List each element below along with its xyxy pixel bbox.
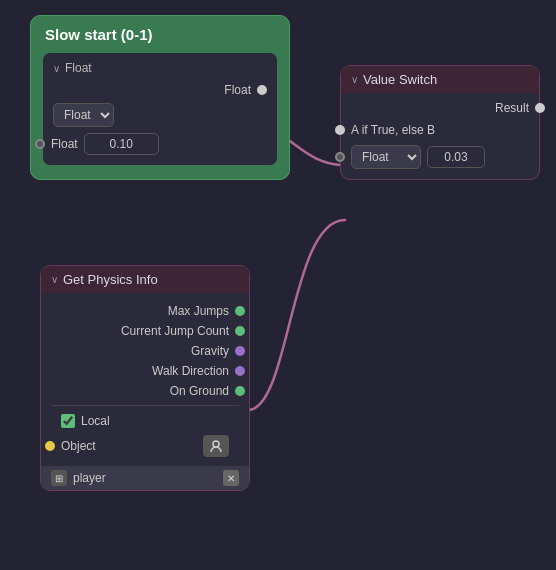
float-input-port-left bbox=[35, 139, 45, 149]
float-right-row: Float bbox=[53, 83, 267, 97]
get-physics-node: ∨ Get Physics Info Max Jumps Current Jum… bbox=[40, 265, 250, 491]
float-type-select[interactable]: Float Int bbox=[53, 103, 114, 127]
physics-title: Get Physics Info bbox=[63, 272, 158, 287]
current-jump-count-row: Current Jump Count bbox=[51, 321, 239, 341]
local-label: Local bbox=[81, 414, 110, 428]
walk-direction-label: Walk Direction bbox=[152, 364, 229, 378]
physics-chevron-icon: ∨ bbox=[51, 274, 58, 285]
player-icon: ⊞ bbox=[51, 470, 67, 486]
float-subnode-header: ∨ Float bbox=[53, 61, 267, 75]
current-jump-count-label: Current Jump Count bbox=[121, 324, 229, 338]
value-switch-title: Value Switch bbox=[363, 72, 437, 87]
max-jumps-row: Max Jumps bbox=[51, 301, 239, 321]
value-switch-chevron-icon: ∨ bbox=[351, 74, 358, 85]
chevron-icon: ∨ bbox=[53, 63, 60, 74]
player-close-button[interactable]: ✕ bbox=[223, 470, 239, 486]
player-label: player bbox=[73, 471, 106, 485]
object-port bbox=[45, 441, 55, 451]
object-user-icon-button[interactable] bbox=[203, 435, 229, 457]
svg-point-0 bbox=[213, 441, 219, 447]
value-switch-node: ∨ Value Switch Result A if True, else B … bbox=[340, 65, 540, 180]
float-subnode: ∨ Float Float Float Int Float bbox=[43, 53, 277, 165]
float-input-field[interactable] bbox=[84, 133, 159, 155]
float-value-input-vs[interactable] bbox=[427, 146, 485, 168]
float-type-select-vs[interactable]: Float bbox=[351, 145, 421, 169]
on-ground-port bbox=[235, 386, 245, 396]
float-row-valueswitch: Float bbox=[351, 145, 529, 169]
slow-start-title: Slow start (0-1) bbox=[43, 26, 277, 43]
result-label: Result bbox=[495, 101, 529, 115]
float-select-row: Float Int bbox=[53, 103, 267, 127]
value-switch-body: Result A if True, else B Float bbox=[341, 93, 539, 179]
on-ground-row: On Ground bbox=[51, 381, 239, 401]
node-canvas: Slow start (0-1) ∨ Float Float Float Int… bbox=[0, 0, 556, 570]
float-output-port bbox=[257, 85, 267, 95]
walk-direction-port bbox=[235, 366, 245, 376]
player-row: ⊞ player ✕ bbox=[41, 466, 249, 490]
slow-start-node: Slow start (0-1) ∨ Float Float Float Int… bbox=[30, 15, 290, 180]
object-label: Object bbox=[61, 439, 96, 453]
a-if-true-port bbox=[335, 125, 345, 135]
a-if-true-row: A if True, else B bbox=[351, 123, 529, 137]
physics-header: ∨ Get Physics Info bbox=[41, 266, 249, 293]
object-row: Object bbox=[51, 432, 239, 460]
walk-direction-row: Walk Direction bbox=[51, 361, 239, 381]
divider-1 bbox=[51, 405, 239, 406]
max-jumps-port bbox=[235, 306, 245, 316]
result-port bbox=[535, 103, 545, 113]
float-right-label: Float bbox=[224, 83, 251, 97]
float-subnode-label: Float bbox=[65, 61, 92, 75]
on-ground-label: On Ground bbox=[170, 384, 229, 398]
physics-body: Max Jumps Current Jump Count Gravity Wal… bbox=[41, 293, 249, 464]
gravity-label: Gravity bbox=[191, 344, 229, 358]
gravity-port bbox=[235, 346, 245, 356]
float-left-port-vs bbox=[335, 152, 345, 162]
local-checkbox[interactable] bbox=[61, 414, 75, 428]
gravity-row: Gravity bbox=[51, 341, 239, 361]
max-jumps-label: Max Jumps bbox=[168, 304, 229, 318]
user-icon bbox=[209, 439, 223, 453]
value-switch-header: ∨ Value Switch bbox=[341, 66, 539, 93]
result-row: Result bbox=[351, 101, 529, 115]
float-input-label: Float bbox=[51, 137, 78, 151]
float-input-row: Float bbox=[53, 133, 267, 155]
current-jump-count-port bbox=[235, 326, 245, 336]
a-if-true-label: A if True, else B bbox=[351, 123, 435, 137]
local-row: Local bbox=[51, 410, 239, 432]
